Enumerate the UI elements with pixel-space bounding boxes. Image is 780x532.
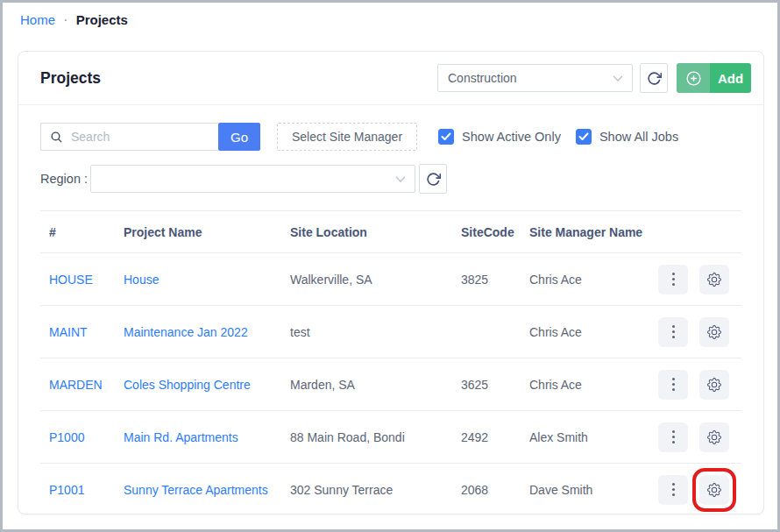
project-code-link[interactable]: MARDEN [49, 378, 103, 392]
project-code-link[interactable]: P1000 [49, 430, 84, 444]
project-name-link[interactable]: Coles Shopping Centre [124, 378, 251, 392]
project-code-link[interactable]: HOUSE [49, 273, 93, 287]
sitecode-cell: 3825 [461, 273, 529, 287]
project-code-link[interactable]: MAINT [49, 325, 88, 339]
chevron-down-icon [395, 176, 406, 183]
chevron-down-icon [613, 75, 623, 82]
checkbox-show-active-only[interactable]: Show Active Only [438, 129, 561, 145]
projects-table: # Project Name Site Location SiteCode Si… [40, 210, 741, 514]
search-box [40, 123, 218, 151]
row-menu-button[interactable] [658, 422, 688, 452]
breadcrumb-separator: · [63, 12, 68, 27]
checkbox-show-all-jobs[interactable]: Show All Jobs [576, 129, 678, 145]
region-refresh-button[interactable] [419, 164, 447, 194]
sitecode-cell: 3625 [461, 378, 529, 392]
go-button[interactable]: Go [218, 123, 260, 151]
project-name-link[interactable]: House [124, 273, 159, 287]
column-header-number: # [40, 225, 124, 239]
vertical-ellipsis-icon [672, 483, 675, 496]
row-settings-button[interactable] [699, 370, 729, 400]
site-location-cell: Marden, SA [290, 378, 461, 392]
row-menu-button[interactable] [658, 265, 688, 294]
site-location-cell: Walkerville, SA [290, 273, 461, 287]
column-header-site-manager-name: Site Manager Name [529, 225, 654, 239]
site-manager-cell: Chris Ace [529, 325, 654, 339]
table-row: MAINT Maintenance Jan 2022 test Chris Ac… [40, 306, 741, 358]
card-header: Projects Construction Add [18, 52, 763, 105]
add-button-label: Add [710, 63, 751, 93]
table-row: HOUSE House Walkerville, SA 3825 Chris A… [40, 253, 741, 306]
add-project-button[interactable]: Add [677, 63, 751, 93]
column-header-project-name: Project Name [124, 225, 290, 239]
filters-section: Go Select Site Manager Show Active Only … [18, 105, 763, 194]
select-site-manager-button[interactable]: Select Site Manager [277, 123, 417, 151]
table-row: P1001 Sunny Terrace Apartments 302 Sunny… [40, 464, 741, 514]
breadcrumb: Home · Projects [3, 3, 777, 27]
project-name-link[interactable]: Main Rd. Apartments [124, 430, 238, 444]
checkmark-icon [441, 132, 451, 141]
row-menu-button[interactable] [658, 475, 688, 505]
vertical-ellipsis-icon [672, 378, 675, 391]
table-body: HOUSE House Walkerville, SA 3825 Chris A… [40, 253, 741, 514]
checkbox-box [576, 129, 592, 145]
checkmark-icon [578, 132, 589, 141]
region-label: Region : [40, 172, 90, 186]
sitecode-cell: 2068 [461, 483, 529, 497]
refresh-icon [426, 172, 441, 187]
row-settings-button[interactable] [699, 422, 729, 452]
gear-icon [707, 378, 721, 392]
table-row: MARDEN Coles Shopping Centre Marden, SA … [40, 358, 741, 411]
gear-icon [707, 273, 721, 287]
gear-icon [707, 325, 721, 339]
project-type-select-value: Construction [448, 71, 517, 85]
filter-row-search: Go Select Site Manager Show Active Only … [40, 123, 741, 151]
row-menu-button[interactable] [658, 317, 688, 347]
table-header-row: # Project Name Site Location SiteCode Si… [40, 210, 741, 253]
refresh-icon [647, 71, 662, 86]
search-input[interactable] [69, 129, 211, 145]
site-location-cell: test [290, 325, 461, 339]
row-settings-button[interactable] [699, 317, 729, 347]
projects-card: Projects Construction Add [18, 51, 764, 514]
checkbox-label: Show Active Only [462, 130, 561, 144]
page-title: Projects [40, 69, 101, 88]
search-group: Go [40, 123, 260, 151]
gear-icon [707, 483, 721, 497]
header-controls: Construction Add [437, 63, 751, 93]
project-name-link[interactable]: Sunny Terrace Apartments [124, 483, 268, 497]
site-location-cell: 302 Sunny Terrace [290, 483, 461, 497]
vertical-ellipsis-icon [672, 325, 675, 338]
project-type-select[interactable]: Construction [437, 64, 633, 92]
gear-icon [707, 430, 721, 444]
site-manager-cell: Chris Ace [529, 273, 654, 287]
checkbox-box [438, 129, 454, 145]
site-manager-cell: Alex Smith [529, 430, 654, 444]
site-manager-cell: Dave Smith [529, 483, 654, 497]
site-location-cell: 88 Main Road, Bondi [290, 430, 461, 444]
vertical-ellipsis-icon [672, 430, 675, 443]
row-menu-button[interactable] [658, 370, 688, 400]
plus-circle-icon [677, 63, 710, 93]
search-icon [50, 131, 63, 144]
site-manager-cell: Chris Ace [529, 378, 654, 392]
breadcrumb-current: Projects [76, 12, 128, 27]
column-header-site-location: Site Location [290, 225, 461, 239]
row-settings-button[interactable] [699, 265, 729, 294]
vertical-ellipsis-icon [672, 273, 675, 286]
filter-row-region: Region : [40, 164, 741, 194]
projects-refresh-button[interactable] [640, 63, 668, 93]
project-code-link[interactable]: P1001 [49, 483, 84, 497]
region-select[interactable] [90, 165, 415, 193]
breadcrumb-home-link[interactable]: Home [20, 12, 55, 27]
sitecode-cell: 2492 [461, 430, 529, 444]
table-row: P1000 Main Rd. Apartments 88 Main Road, … [40, 411, 741, 464]
project-name-link[interactable]: Maintenance Jan 2022 [124, 325, 248, 339]
column-header-sitecode: SiteCode [461, 225, 529, 239]
checkbox-label: Show All Jobs [599, 130, 678, 144]
row-settings-button[interactable] [699, 475, 729, 505]
